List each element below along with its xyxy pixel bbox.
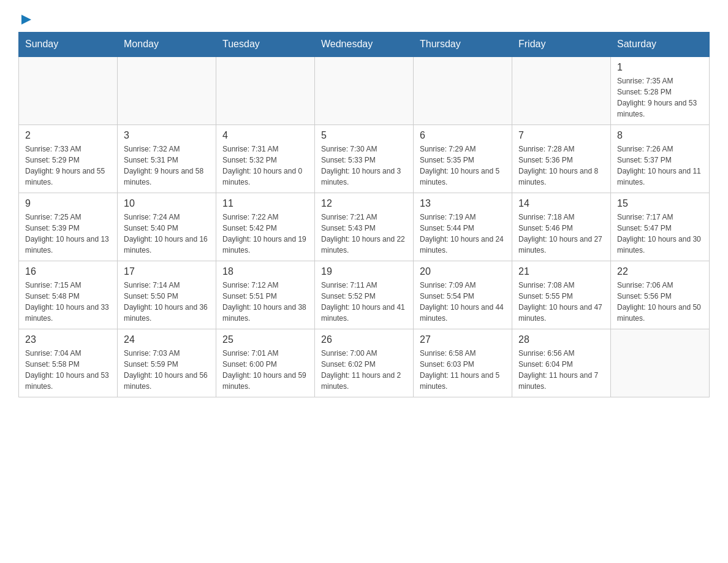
day-number: 10 (124, 198, 210, 209)
day-info: Sunrise: 7:28 AM Sunset: 5:36 PM Dayligh… (518, 144, 604, 188)
day-info: Sunrise: 7:17 AM Sunset: 5:47 PM Dayligh… (617, 212, 703, 256)
day-number: 25 (222, 334, 308, 345)
day-of-week-header: Friday (512, 33, 611, 57)
day-info: Sunrise: 7:12 AM Sunset: 5:51 PM Dayligh… (222, 280, 308, 324)
day-info: Sunrise: 7:21 AM Sunset: 5:43 PM Dayligh… (321, 212, 407, 256)
day-info: Sunrise: 7:18 AM Sunset: 5:46 PM Dayligh… (518, 212, 604, 256)
calendar-day-cell: 19Sunrise: 7:11 AM Sunset: 5:52 PM Dayli… (315, 261, 414, 329)
day-number: 24 (124, 334, 210, 345)
svg-marker-0 (21, 15, 31, 25)
day-info: Sunrise: 7:22 AM Sunset: 5:42 PM Dayligh… (222, 212, 308, 256)
calendar-day-cell: 2Sunrise: 7:33 AM Sunset: 5:29 PM Daylig… (19, 125, 118, 193)
day-info: Sunrise: 7:29 AM Sunset: 5:35 PM Dayligh… (420, 144, 506, 188)
day-info: Sunrise: 7:11 AM Sunset: 5:52 PM Dayligh… (321, 280, 407, 324)
calendar-day-cell: 15Sunrise: 7:17 AM Sunset: 5:47 PM Dayli… (611, 193, 710, 261)
calendar-week-row: 9Sunrise: 7:25 AM Sunset: 5:39 PM Daylig… (19, 193, 710, 261)
day-of-week-header: Tuesday (216, 33, 315, 57)
day-number: 26 (321, 334, 407, 345)
calendar-day-cell: 13Sunrise: 7:19 AM Sunset: 5:44 PM Dayli… (414, 193, 512, 261)
day-info: Sunrise: 7:15 AM Sunset: 5:48 PM Dayligh… (25, 280, 111, 324)
day-number: 15 (617, 198, 703, 209)
calendar-day-cell: 27Sunrise: 6:58 AM Sunset: 6:03 PM Dayli… (414, 329, 512, 397)
calendar-day-cell: 21Sunrise: 7:08 AM Sunset: 5:55 PM Dayli… (512, 261, 611, 329)
day-number: 17 (124, 266, 210, 277)
calendar-day-cell (414, 56, 512, 125)
calendar-day-cell: 16Sunrise: 7:15 AM Sunset: 5:48 PM Dayli… (19, 261, 118, 329)
day-number: 28 (518, 334, 604, 345)
calendar-day-cell: 25Sunrise: 7:01 AM Sunset: 6:00 PM Dayli… (216, 329, 315, 397)
calendar-day-cell: 24Sunrise: 7:03 AM Sunset: 5:59 PM Dayli… (118, 329, 216, 397)
calendar-week-row: 2Sunrise: 7:33 AM Sunset: 5:29 PM Daylig… (19, 125, 710, 193)
calendar-day-cell: 6Sunrise: 7:29 AM Sunset: 5:35 PM Daylig… (414, 125, 512, 193)
day-info: Sunrise: 7:03 AM Sunset: 5:59 PM Dayligh… (124, 348, 210, 392)
day-number: 8 (617, 130, 703, 141)
calendar-day-cell: 10Sunrise: 7:24 AM Sunset: 5:40 PM Dayli… (118, 193, 216, 261)
day-info: Sunrise: 7:00 AM Sunset: 6:02 PM Dayligh… (321, 348, 407, 392)
day-number: 6 (420, 130, 506, 141)
day-info: Sunrise: 7:31 AM Sunset: 5:32 PM Dayligh… (222, 144, 308, 188)
day-info: Sunrise: 7:06 AM Sunset: 5:56 PM Dayligh… (617, 280, 703, 324)
calendar-day-cell: 17Sunrise: 7:14 AM Sunset: 5:50 PM Dayli… (118, 261, 216, 329)
day-info: Sunrise: 7:33 AM Sunset: 5:29 PM Dayligh… (25, 144, 111, 188)
calendar-day-cell (315, 56, 414, 125)
calendar-day-cell: 22Sunrise: 7:06 AM Sunset: 5:56 PM Dayli… (611, 261, 710, 329)
calendar-header-row: SundayMondayTuesdayWednesdayThursdayFrid… (19, 33, 710, 57)
calendar-day-cell: 20Sunrise: 7:09 AM Sunset: 5:54 PM Dayli… (414, 261, 512, 329)
day-info: Sunrise: 7:24 AM Sunset: 5:40 PM Dayligh… (124, 212, 210, 256)
day-info: Sunrise: 7:26 AM Sunset: 5:37 PM Dayligh… (617, 144, 703, 188)
day-number: 22 (617, 266, 703, 277)
day-number: 19 (321, 266, 407, 277)
day-number: 20 (420, 266, 506, 277)
day-info: Sunrise: 7:19 AM Sunset: 5:44 PM Dayligh… (420, 212, 506, 256)
calendar-day-cell (611, 329, 710, 397)
day-number: 7 (518, 130, 604, 141)
day-number: 4 (222, 130, 308, 141)
day-number: 12 (321, 198, 407, 209)
logo-triangle-icon (20, 13, 32, 26)
calendar-day-cell (118, 56, 216, 125)
calendar-week-row: 23Sunrise: 7:04 AM Sunset: 5:58 PM Dayli… (19, 329, 710, 397)
day-number: 13 (420, 198, 506, 209)
day-info: Sunrise: 6:56 AM Sunset: 6:04 PM Dayligh… (518, 348, 604, 392)
day-info: Sunrise: 7:25 AM Sunset: 5:39 PM Dayligh… (25, 212, 111, 256)
calendar-day-cell: 9Sunrise: 7:25 AM Sunset: 5:39 PM Daylig… (19, 193, 118, 261)
calendar-day-cell: 8Sunrise: 7:26 AM Sunset: 5:37 PM Daylig… (611, 125, 710, 193)
calendar-day-cell: 3Sunrise: 7:32 AM Sunset: 5:31 PM Daylig… (118, 125, 216, 193)
day-info: Sunrise: 7:35 AM Sunset: 5:28 PM Dayligh… (617, 75, 703, 120)
calendar-day-cell (216, 56, 315, 125)
day-number: 18 (222, 266, 308, 277)
day-number: 3 (124, 130, 210, 141)
day-number: 21 (518, 266, 604, 277)
calendar-day-cell: 18Sunrise: 7:12 AM Sunset: 5:51 PM Dayli… (216, 261, 315, 329)
day-number: 14 (518, 198, 604, 209)
day-info: Sunrise: 7:14 AM Sunset: 5:50 PM Dayligh… (124, 280, 210, 324)
calendar-day-cell: 26Sunrise: 7:00 AM Sunset: 6:02 PM Dayli… (315, 329, 414, 397)
day-number: 5 (321, 130, 407, 141)
day-info: Sunrise: 7:32 AM Sunset: 5:31 PM Dayligh… (124, 144, 210, 188)
logo (18, 12, 32, 26)
calendar-day-cell: 11Sunrise: 7:22 AM Sunset: 5:42 PM Dayli… (216, 193, 315, 261)
day-number: 1 (617, 62, 703, 73)
calendar-day-cell: 7Sunrise: 7:28 AM Sunset: 5:36 PM Daylig… (512, 125, 611, 193)
calendar-table: SundayMondayTuesdayWednesdayThursdayFrid… (18, 32, 710, 397)
day-number: 16 (25, 266, 111, 277)
calendar-week-row: 16Sunrise: 7:15 AM Sunset: 5:48 PM Dayli… (19, 261, 710, 329)
calendar-day-cell (19, 56, 118, 125)
day-number: 9 (25, 198, 111, 209)
day-info: Sunrise: 7:30 AM Sunset: 5:33 PM Dayligh… (321, 144, 407, 188)
day-number: 27 (420, 334, 506, 345)
calendar-day-cell: 4Sunrise: 7:31 AM Sunset: 5:32 PM Daylig… (216, 125, 315, 193)
day-info: Sunrise: 7:09 AM Sunset: 5:54 PM Dayligh… (420, 280, 506, 324)
day-of-week-header: Saturday (611, 33, 710, 57)
page-header (18, 12, 710, 26)
day-info: Sunrise: 7:04 AM Sunset: 5:58 PM Dayligh… (25, 348, 111, 392)
calendar-day-cell: 5Sunrise: 7:30 AM Sunset: 5:33 PM Daylig… (315, 125, 414, 193)
calendar-day-cell (512, 56, 611, 125)
day-info: Sunrise: 7:08 AM Sunset: 5:55 PM Dayligh… (518, 280, 604, 324)
calendar-day-cell: 1Sunrise: 7:35 AM Sunset: 5:28 PM Daylig… (611, 56, 710, 125)
day-number: 2 (25, 130, 111, 141)
day-of-week-header: Monday (118, 33, 216, 57)
calendar-week-row: 1Sunrise: 7:35 AM Sunset: 5:28 PM Daylig… (19, 56, 710, 125)
calendar-day-cell: 23Sunrise: 7:04 AM Sunset: 5:58 PM Dayli… (19, 329, 118, 397)
day-number: 23 (25, 334, 111, 345)
